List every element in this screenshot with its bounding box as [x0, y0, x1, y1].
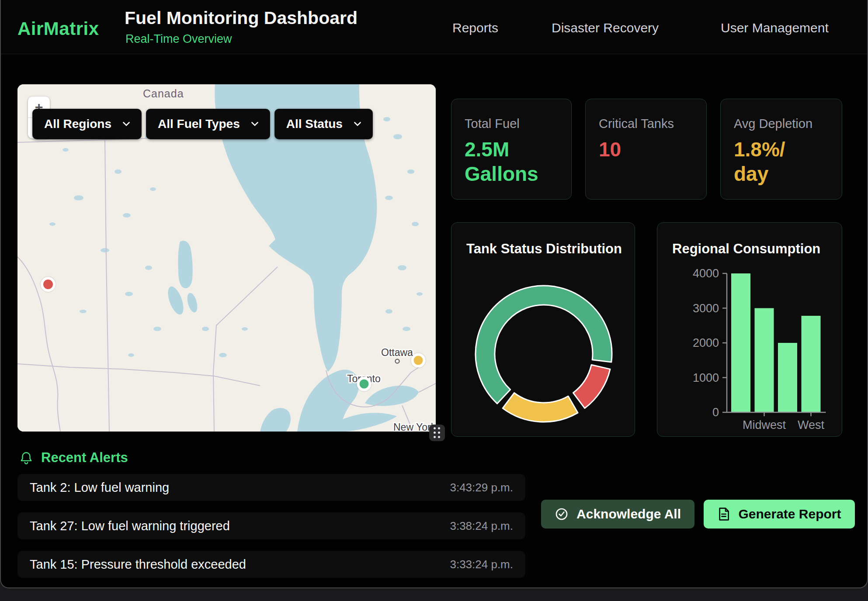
chevron-down-icon — [251, 122, 258, 126]
map-filters: All Regions All Fuel Types All Status — [32, 109, 373, 139]
y-tick-label: 1000 — [693, 371, 719, 384]
region-filter-dropdown[interactable]: All Regions — [32, 109, 142, 139]
fuel-type-filter-label: All Fuel Types — [158, 117, 240, 131]
region-filter-label: All Regions — [44, 117, 111, 131]
map-town-dot-ottawa — [396, 359, 399, 363]
fuel-map[interactable]: Canada Ottawa Toronto New York + − All R… — [17, 84, 436, 432]
x-tick-label: West — [798, 418, 825, 432]
acknowledge-all-label: Acknowledge All — [576, 507, 681, 522]
bar-region-0 — [731, 273, 750, 412]
status-filter-label: All Status — [286, 117, 343, 131]
tank-status-donut-chart — [451, 280, 635, 437]
chevron-down-icon — [354, 122, 361, 126]
stat-card-total-fuel: Total Fuel 2.5MGallons — [451, 99, 572, 200]
bell-icon — [19, 451, 33, 465]
page-subtitle: Real-Time Overview — [125, 32, 232, 46]
stat-card-avg-depletion: Avg Depletion 1.8%/day — [720, 99, 842, 200]
stat-value: 10 — [599, 137, 693, 162]
file-report-icon — [717, 507, 730, 521]
stat-card-critical-tanks: Critical Tanks 10 — [585, 99, 707, 200]
map-label-ottawa: Ottawa — [381, 347, 413, 358]
check-circle-icon — [555, 507, 569, 521]
alert-timestamp: 3:38:24 p.m. — [450, 519, 513, 533]
alert-message: Tank 27: Low fuel warning triggered — [30, 519, 230, 533]
regional-consumption-bar-chart: 01000200030004000MidwestWest — [657, 223, 843, 437]
x-tick-label: Midwest — [743, 418, 786, 432]
generate-report-label: Generate Report — [738, 507, 841, 522]
bar-region-1 — [755, 308, 774, 413]
alert-timestamp: 3:43:29 p.m. — [450, 481, 513, 494]
alerts-section-title: Recent Alerts — [41, 450, 128, 466]
brand-logo: AirMatrix — [17, 18, 99, 39]
nav-item-disaster-recovery[interactable]: Disaster Recovery — [552, 21, 659, 35]
nav-item-user-management[interactable]: User Management — [721, 21, 829, 35]
y-tick-label: 3000 — [693, 302, 719, 315]
tank-status-chart-card: Tank Status Distribution — [451, 222, 635, 437]
y-tick-label: 0 — [712, 406, 719, 419]
alert-row[interactable]: Tank 2: Low fuel warning 3:43:29 p.m. — [17, 474, 525, 501]
chevron-down-icon — [123, 122, 130, 126]
y-tick-label: 4000 — [693, 267, 719, 280]
stat-label: Total Fuel — [465, 117, 558, 131]
y-tick-label: 2000 — [693, 336, 719, 349]
alert-row[interactable]: Tank 27: Low fuel warning triggered 3:38… — [17, 512, 525, 539]
map-resize-handle[interactable] — [429, 425, 445, 441]
stat-label: Critical Tanks — [599, 117, 693, 131]
chart-title: Tank Status Distribution — [466, 241, 622, 257]
alert-message: Tank 2: Low fuel warning — [30, 480, 169, 495]
fuel-type-filter-dropdown[interactable]: All Fuel Types — [146, 109, 270, 139]
stat-value: 2.5MGallons — [465, 137, 558, 186]
donut-segment-warning — [503, 393, 578, 422]
alerts-header: Recent Alerts — [19, 450, 128, 466]
bar-region-2 — [778, 343, 797, 412]
tank-marker-warning[interactable] — [411, 353, 426, 368]
map-label-canada: Canada — [143, 87, 184, 100]
regional-consumption-chart-card: Regional Consumption 01000200030004000Mi… — [657, 222, 842, 437]
bar-region-3 — [802, 316, 821, 412]
alert-timestamp: 3:33:24 p.m. — [450, 558, 513, 571]
alert-row[interactable]: Tank 15: Pressure threshold exceeded 3:3… — [17, 551, 525, 578]
status-filter-dropdown[interactable]: All Status — [274, 109, 373, 139]
app-header: AirMatrix Fuel Monitoring Dashboard Real… — [1, 0, 867, 54]
acknowledge-all-button[interactable]: Acknowledge All — [541, 500, 694, 528]
stat-label: Avg Depletion — [734, 117, 829, 131]
tank-marker-critical[interactable] — [41, 277, 56, 292]
map-lake-winnipeg — [178, 241, 192, 288]
page-title: Fuel Monitoring Dashboard — [125, 8, 358, 28]
tank-marker-normal[interactable] — [357, 377, 372, 391]
alert-message: Tank 15: Pressure threshold exceeded — [30, 557, 246, 572]
donut-segment-critical — [573, 365, 610, 408]
generate-report-button[interactable]: Generate Report — [704, 500, 855, 528]
stat-value: 1.8%/day — [734, 137, 829, 186]
nav-item-reports[interactable]: Reports — [452, 21, 498, 35]
dashboard-window: AirMatrix Fuel Monitoring Dashboard Real… — [0, 0, 868, 588]
